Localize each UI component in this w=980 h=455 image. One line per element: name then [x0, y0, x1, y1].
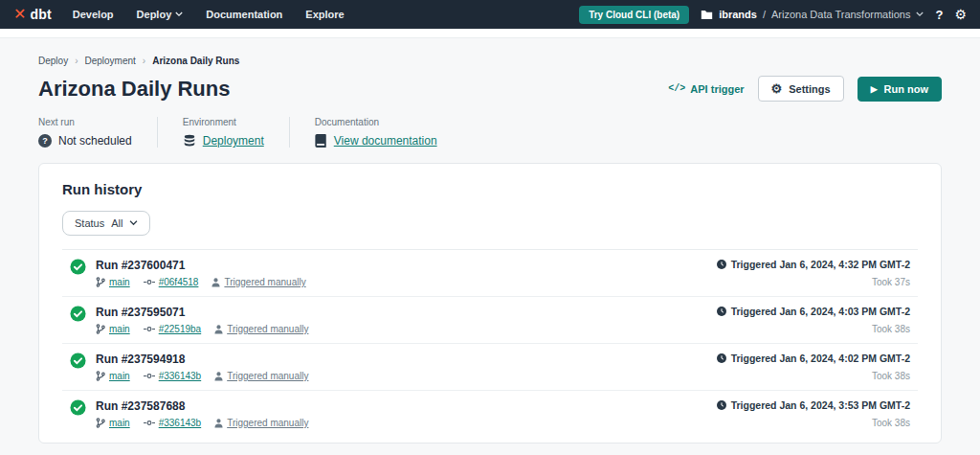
commit-icon: [144, 278, 155, 286]
person-icon: [214, 419, 223, 428]
dbt-logo-text: dbt: [30, 7, 51, 22]
view-documentation-link[interactable]: View documentation: [334, 134, 437, 148]
run-row-right: Triggered Jan 6, 2024, 4:03 PM GMT-2 Too…: [717, 306, 910, 334]
run-name[interactable]: Run #237595071: [96, 306, 308, 319]
code-icon: </>: [668, 83, 685, 94]
commit-link[interactable]: #06f4518: [159, 277, 199, 287]
clock-icon: [717, 307, 726, 316]
try-cloud-cli-button[interactable]: Try Cloud CLI (beta): [579, 6, 689, 24]
run-row-left: Run #237595071 main #22519ba Triggere: [70, 306, 308, 334]
chevron-down-icon: [129, 220, 138, 226]
commit-link[interactable]: #22519ba: [159, 324, 202, 334]
run-now-button[interactable]: ▶ Run now: [858, 77, 942, 102]
chevron-down-icon: [175, 11, 183, 17]
run-row-right: Triggered Jan 6, 2024, 4:02 PM GMT-2 Too…: [717, 353, 910, 381]
branch-link[interactable]: main: [109, 324, 130, 334]
git-branch-icon: [96, 277, 105, 287]
help-icon[interactable]: ?: [935, 8, 943, 22]
run-triggered-text: Triggered Jan 6, 2024, 4:03 PM GMT-2: [731, 306, 910, 317]
trigger-label[interactable]: Triggered manually: [224, 277, 305, 287]
branch-meta: main: [96, 324, 130, 334]
dbt-logo[interactable]: ✕ dbt: [13, 7, 52, 22]
run-meta: main #336143b Triggered manually: [96, 418, 308, 428]
nav-item-deploy[interactable]: Deploy: [137, 9, 184, 20]
next-run-value: Not scheduled: [58, 134, 132, 148]
branch-link[interactable]: main: [109, 277, 130, 287]
trigger-label[interactable]: Triggered manually: [227, 324, 308, 334]
git-branch-icon: [96, 324, 105, 334]
trigger-meta: Triggered manually: [214, 371, 308, 381]
next-run-label: Next run: [38, 117, 132, 127]
run-row-main: Run #237595071 main #22519ba Triggere: [96, 306, 308, 334]
person-icon: [214, 372, 223, 381]
success-check-icon: [70, 399, 86, 428]
run-history-title: Run history: [62, 181, 918, 197]
breadcrumb-deploy[interactable]: Deploy: [38, 56, 68, 66]
settings-button[interactable]: ⚙ Settings: [758, 76, 844, 102]
run-row-right: Triggered Jan 6, 2024, 3:53 PM GMT-2 Too…: [717, 399, 910, 428]
environment-link[interactable]: Deployment: [203, 134, 264, 148]
nav-item-develop[interactable]: Develop: [73, 9, 114, 20]
run-row-main: Run #237600471 main #06f4518 Triggere: [96, 259, 306, 287]
book-icon: [315, 134, 327, 148]
commit-link[interactable]: #336143b: [159, 371, 202, 381]
chevron-down-icon: [916, 11, 924, 17]
branch-meta: main: [96, 418, 130, 428]
status-filter-value: All: [111, 217, 122, 229]
run-row[interactable]: Run #237600471 main #06f4518 Triggere: [62, 250, 918, 297]
trigger-label[interactable]: Triggered manually: [227, 418, 308, 428]
run-name[interactable]: Run #237587688: [96, 399, 308, 413]
gear-icon: ⚙: [771, 82, 783, 95]
run-triggered-text: Triggered Jan 6, 2024, 4:32 PM GMT-2: [731, 259, 910, 270]
run-triggered-text: Triggered Jan 6, 2024, 3:53 PM GMT-2: [731, 399, 910, 411]
question-circle-icon: ?: [38, 134, 52, 148]
nav-right: Try Cloud CLI (beta) ibrands / Arizona D…: [579, 6, 967, 24]
run-took: Took 38s: [717, 371, 910, 381]
branch-meta: main: [96, 371, 130, 381]
run-meta: main #22519ba Triggered manually: [96, 324, 308, 334]
title-actions: </> API trigger ⚙ Settings ▶ Run now: [668, 76, 942, 102]
run-row[interactable]: Run #237587688 main #336143b Triggere: [62, 391, 918, 437]
run-triggered: Triggered Jan 6, 2024, 3:53 PM GMT-2: [717, 399, 910, 411]
info-row: Next run ? Not scheduled Environment Dep…: [38, 117, 942, 148]
branch-link[interactable]: main: [109, 371, 130, 381]
account-switcher[interactable]: ibrands / Arizona Data Transformations: [701, 9, 924, 20]
account-name: ibrands: [719, 9, 757, 20]
documentation-column: Documentation View documentation: [315, 117, 462, 148]
run-row[interactable]: Run #237594918 main #336143b Triggere: [62, 344, 918, 391]
run-took: Took 38s: [717, 324, 910, 334]
nav-item-explore[interactable]: Explore: [305, 9, 344, 20]
run-name[interactable]: Run #237594918: [96, 353, 308, 366]
environment-label: Environment: [183, 117, 264, 127]
nav-item-documentation[interactable]: Documentation: [206, 9, 282, 20]
git-branch-icon: [96, 371, 105, 381]
run-row-main: Run #237594918 main #336143b Triggere: [96, 353, 308, 381]
api-trigger-link[interactable]: </> API trigger: [668, 83, 744, 95]
status-filter-label: Status: [75, 217, 104, 229]
trigger-label[interactable]: Triggered manually: [227, 371, 308, 381]
run-name[interactable]: Run #237600471: [96, 259, 306, 272]
run-row[interactable]: Run #237595071 main #22519ba Triggere: [62, 297, 918, 344]
commit-icon: [144, 325, 155, 333]
commit-link[interactable]: #336143b: [159, 418, 202, 428]
environment-column: Environment Deployment: [183, 117, 290, 148]
breadcrumb-deployment[interactable]: Deployment: [84, 56, 135, 66]
branch-link[interactable]: main: [109, 418, 130, 428]
nav-items: Develop Deploy Documentation Explore: [73, 9, 345, 20]
run-triggered: Triggered Jan 6, 2024, 4:02 PM GMT-2: [717, 353, 910, 364]
commit-meta: #336143b: [144, 371, 202, 381]
person-icon: [212, 278, 220, 287]
title-row: Arizona Daily Runs </> API trigger ⚙ Set…: [38, 76, 942, 102]
run-took: Took 37s: [717, 277, 910, 287]
gear-icon[interactable]: ⚙: [954, 8, 967, 21]
success-check-icon: [70, 259, 86, 287]
status-filter-dropdown[interactable]: Status All: [62, 211, 150, 236]
git-branch-icon: [96, 418, 105, 428]
run-row-left: Run #237594918 main #336143b Triggere: [70, 353, 308, 381]
api-trigger-label: API trigger: [690, 83, 744, 95]
documentation-label: Documentation: [315, 117, 437, 127]
page-title: Arizona Daily Runs: [38, 77, 230, 102]
breadcrumb-current: Arizona Daily Runs: [152, 56, 239, 66]
clock-icon: [717, 260, 726, 269]
breadcrumb-separator: ›: [75, 56, 78, 66]
